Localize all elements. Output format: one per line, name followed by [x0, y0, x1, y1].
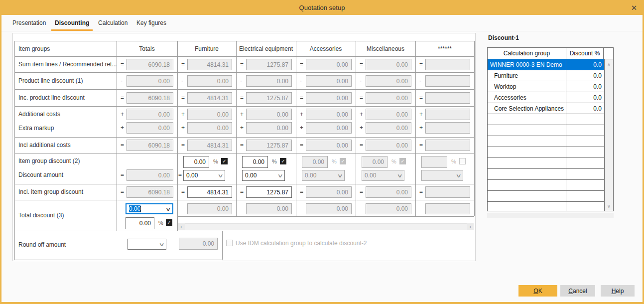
operator-sign: = [240, 188, 246, 195]
item-group-discount-accessories-dropdown-value: 0.00 [305, 172, 316, 179]
tab-calculation[interactable]: Calculation [95, 17, 131, 29]
additional-costs-furniture-input-1: 0.00 [187, 109, 232, 120]
operator-sign: + [181, 124, 187, 131]
item-group-discount-asterisks-dropdown: ∨ [421, 170, 463, 181]
row-label-incl-additional-costs: Incl additional costs [18, 142, 71, 149]
sum-item-lines-miscellaneous-input: 0.00 [366, 59, 411, 70]
item-group-discount-miscellaneous-percent-checkbox: ✓ [399, 158, 406, 164]
item-group-discount-furniture-percent-checkbox[interactable]: ✓ [221, 158, 228, 164]
row-label-item-group-discount-2: Discount amount [18, 171, 63, 178]
calculation-group-row[interactable]: Furniture0.0 [488, 70, 605, 81]
percent-label: % [332, 158, 339, 165]
item-group-discount-furniture-dropdown-value: 0.00 [186, 172, 198, 179]
ok-button[interactable]: OK [518, 285, 557, 297]
column-header-asterisks: ****** [415, 41, 474, 56]
incl-item-group-discount-electrical-equipment-input[interactable]: 1275.87 [246, 186, 292, 198]
row-label-additional-costs: Additional costs [18, 111, 60, 118]
help-button[interactable]: Help [601, 285, 635, 297]
tab-discounting[interactable]: Discounting [51, 17, 93, 31]
operator-sign: = [419, 61, 425, 68]
help-button-label: Help [612, 288, 624, 295]
scroll-down-icon[interactable]: ∨ [605, 202, 613, 209]
cancel-button[interactable]: Cancel [560, 285, 595, 297]
calculation-group-row[interactable]: Core Selection Appliances0.0 [488, 103, 605, 114]
operator-sign: = [360, 188, 366, 195]
calculation-group-row-empty[interactable] [488, 169, 605, 180]
sum-item-lines-accessories-input: 0.00 [306, 59, 352, 70]
incl-additional-costs-furniture-input: 4814.31 [187, 140, 232, 151]
column-header-totals: Totals [117, 41, 177, 56]
calculation-group-row[interactable]: WINNER 0000-3 EN Demo0.0 [488, 59, 605, 70]
discount-percent-value: 0.0 [566, 70, 605, 81]
column-header-electrical-equipment: Electrical equipment [236, 41, 296, 56]
operator-sign: = [300, 188, 306, 195]
divider [177, 41, 178, 231]
additional-costs-asterisks-input-1 [425, 109, 470, 120]
tab-key-figures[interactable]: Key figures [133, 17, 170, 29]
round-off-dropdown[interactable]: ∨ [128, 239, 166, 250]
sum-item-lines-asterisks-input [425, 59, 470, 70]
cancel-button-label: Cancel [568, 288, 587, 295]
inc-product-line-discount-accessories-input: 0.00 [306, 92, 352, 104]
item-group-discount-asterisks-percent-checkbox [459, 158, 466, 164]
scroll-left-icon[interactable]: ‹ [178, 223, 185, 230]
tab-presentation[interactable]: Presentation [9, 17, 49, 29]
sum-item-lines-totals-input: 6090.18 [127, 59, 173, 70]
incl-item-group-discount-furniture-input[interactable]: 4814.31 [187, 186, 232, 198]
column-header-item-groups: Item groups [14, 41, 117, 56]
calculation-group-row-empty[interactable] [488, 158, 605, 169]
total-discount-totals-dropdown[interactable]: 0.00∨ [126, 203, 173, 214]
calculation-group-row-empty[interactable] [488, 114, 605, 125]
scroll-right-icon[interactable]: › [467, 223, 474, 230]
operator-sign: = [121, 61, 127, 68]
scroll-up-icon[interactable]: ∧ [605, 61, 613, 68]
calculation-group-row-empty[interactable] [488, 202, 605, 211]
calculation-group-row-empty[interactable] [488, 125, 605, 136]
operator-sign: = [360, 61, 366, 68]
incl-additional-costs-totals-input: 6090.18 [127, 140, 173, 151]
divider [14, 89, 474, 90]
calculation-group-name [488, 125, 566, 136]
total-discount-furniture-input: 0.00 [187, 203, 232, 214]
total-discount-totals-dropdown-value: 0.00 [129, 205, 141, 212]
calculation-group-row[interactable]: Worktop0.0 [488, 81, 605, 92]
calculation-group-name: Furniture [488, 70, 566, 81]
total-discount-totals-percent-checkbox[interactable]: ✓ [166, 219, 172, 226]
operator-sign: = [419, 142, 425, 149]
calculation-group-row-empty[interactable] [488, 191, 605, 202]
close-icon[interactable]: ✕ [630, 3, 639, 12]
discount-percent-value [566, 202, 605, 211]
chevron-down-icon: ∨ [277, 173, 283, 178]
item-group-discount-furniture-dropdown[interactable]: 0.00∨ [183, 170, 225, 181]
operator-sign: + [419, 124, 425, 131]
divider [14, 153, 474, 153]
window-title: Quotation setup [299, 4, 345, 11]
chevron-down-icon: ∨ [158, 242, 164, 247]
operator-sign: = [181, 94, 187, 101]
calculation-group-row-empty[interactable] [488, 180, 605, 191]
item-group-discount-electrical-equipment-percent-checkbox[interactable]: ✓ [280, 158, 286, 164]
total-discount-accessories-input: 0.00 [306, 203, 352, 214]
item-group-discount-electrical-equipment-dropdown[interactable]: 0.00∨ [242, 170, 285, 181]
incl-item-group-discount-totals-input: 6090.18 [127, 186, 173, 198]
calculation-group-row-empty[interactable] [488, 147, 605, 158]
percent-label: % [272, 158, 279, 165]
discount-percent-value [566, 191, 605, 201]
horizontal-scrollbar[interactable] [178, 223, 474, 230]
operator-sign: = [121, 171, 127, 178]
column-header-miscellaneous: Miscellaneous [356, 41, 415, 56]
calculation-group-name [488, 114, 566, 125]
operator-sign: = [300, 61, 306, 68]
quotation-setup-dialog: Quotation setup ✕ PresentationDiscountin… [0, 0, 644, 304]
calculation-group-row-empty[interactable] [488, 136, 605, 147]
item-group-discount-electrical-equipment-percent-input[interactable]: 0.00 [242, 156, 268, 168]
incl-additional-costs-asterisks-input [425, 140, 470, 151]
divider [296, 41, 296, 216]
total-discount-totals-percent-input[interactable]: 0.00 [126, 217, 154, 229]
calculation-group-row[interactable]: Accessories0.0 [488, 92, 605, 103]
vertical-scrollbar[interactable]: ∧∨ [604, 59, 613, 211]
item-group-discount-furniture-percent-input[interactable]: 0.00 [183, 156, 209, 168]
row-label-total-discount: Total discount (3) [18, 212, 64, 219]
discount-percent-value [566, 158, 605, 168]
inc-product-line-discount-totals-input: 6090.18 [127, 92, 173, 104]
